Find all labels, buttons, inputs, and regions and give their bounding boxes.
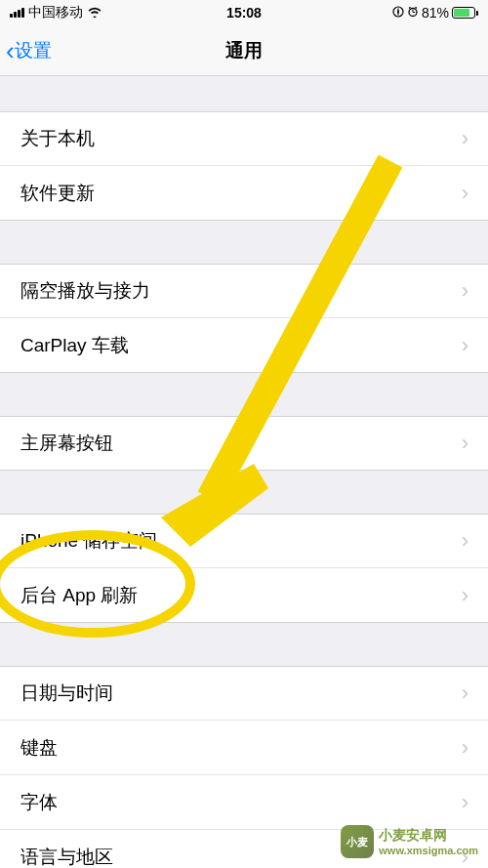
- settings-group: 主屏幕按钮›: [0, 416, 488, 471]
- row-label: 后台 App 刷新: [20, 583, 138, 608]
- row-label: 键盘: [20, 735, 58, 761]
- watermark: 小麦 小麦安卓网 www.xmsigma.com: [341, 825, 478, 858]
- row-keyboard[interactable]: 键盘›: [0, 721, 488, 775]
- alarm-icon: [407, 5, 419, 21]
- status-time: 15:08: [226, 5, 262, 21]
- back-button[interactable]: ‹ 设置: [0, 38, 58, 63]
- status-right: 81%: [392, 5, 478, 21]
- chevron-right-icon: ›: [462, 681, 468, 706]
- page-title: 通用: [225, 38, 263, 63]
- content: 关于本机›软件更新›隔空播放与接力›CarPlay 车载›主屏幕按钮›iPhon…: [0, 76, 488, 868]
- chevron-left-icon: ‹: [6, 38, 15, 63]
- chevron-right-icon: ›: [462, 735, 468, 761]
- row-background-app-refresh[interactable]: 后台 App 刷新›: [0, 568, 488, 623]
- row-label: 软件更新: [20, 181, 95, 206]
- row-label: iPhone 储存空间: [20, 528, 157, 554]
- row-label: 日期与时间: [20, 681, 113, 706]
- status-left: 中国移动: [10, 4, 102, 21]
- chevron-right-icon: ›: [462, 431, 468, 456]
- watermark-site: 小麦安卓网: [379, 827, 478, 845]
- row-carplay[interactable]: CarPlay 车载›: [0, 318, 488, 373]
- row-software-update[interactable]: 软件更新›: [0, 166, 488, 221]
- row-home-button[interactable]: 主屏幕按钮›: [0, 416, 488, 471]
- nav-bar: ‹ 设置 通用: [0, 25, 488, 76]
- chevron-right-icon: ›: [462, 278, 468, 304]
- battery-icon: [452, 7, 478, 19]
- watermark-url: www.xmsigma.com: [379, 845, 478, 856]
- row-label: 隔空播放与接力: [20, 278, 150, 304]
- watermark-text-wrap: 小麦安卓网 www.xmsigma.com: [379, 827, 478, 856]
- watermark-icon: 小麦: [341, 825, 374, 858]
- chevron-right-icon: ›: [462, 528, 468, 554]
- location-icon: [392, 5, 404, 21]
- row-date-time[interactable]: 日期与时间›: [0, 666, 488, 721]
- row-label: CarPlay 车载: [20, 333, 129, 358]
- settings-group: iPhone 储存空间›后台 App 刷新›: [0, 514, 488, 623]
- row-label: 语言与地区: [20, 845, 113, 869]
- chevron-right-icon: ›: [462, 333, 468, 358]
- back-label: 设置: [15, 38, 52, 63]
- row-fonts[interactable]: 字体›: [0, 775, 488, 830]
- chevron-right-icon: ›: [462, 126, 468, 151]
- signal-icon: [10, 8, 24, 18]
- chevron-right-icon: ›: [462, 790, 468, 815]
- settings-group: 隔空播放与接力›CarPlay 车载›: [0, 264, 488, 373]
- carrier-label: 中国移动: [28, 4, 83, 21]
- row-about[interactable]: 关于本机›: [0, 111, 488, 166]
- wifi-icon: [87, 5, 102, 21]
- row-label: 关于本机: [20, 126, 95, 151]
- row-iphone-storage[interactable]: iPhone 储存空间›: [0, 514, 488, 568]
- battery-percent: 81%: [422, 5, 449, 21]
- svg-line-4: [409, 7, 411, 8]
- row-label: 主屏幕按钮: [20, 431, 113, 456]
- chevron-right-icon: ›: [462, 583, 468, 608]
- chevron-right-icon: ›: [462, 181, 468, 206]
- row-label: 字体: [20, 790, 58, 815]
- settings-group: 关于本机›软件更新›: [0, 111, 488, 221]
- svg-line-5: [415, 7, 417, 8]
- status-bar: 中国移动 15:08 81%: [0, 0, 488, 25]
- row-airplay[interactable]: 隔空播放与接力›: [0, 264, 488, 318]
